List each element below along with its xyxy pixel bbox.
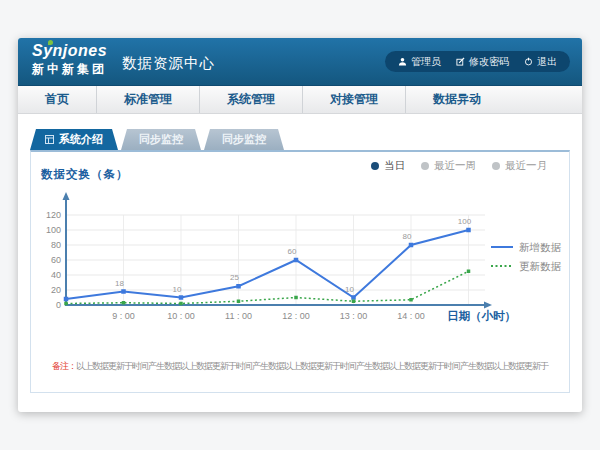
y-tick-label: 120 <box>46 210 61 220</box>
grid-icon <box>45 135 54 144</box>
data-point <box>294 258 299 263</box>
power-icon <box>524 57 533 66</box>
logo-leaf-icon <box>48 40 53 45</box>
legend-label-0[interactable]: 新增数据 <box>519 241 562 253</box>
logo: Synjones 新中新集团 <box>32 43 107 75</box>
y-axis-title: 数据交换（条） <box>41 167 129 182</box>
change-password-button[interactable]: 修改密码 <box>456 55 509 69</box>
chart-panel: 当日最近一周最近一月 数据交换（条） 020406080100120181025… <box>30 150 570 393</box>
data-point <box>466 228 471 233</box>
data-point-label: 10 <box>345 285 354 294</box>
data-point <box>179 302 183 306</box>
x-tick-label: 11 : 00 <box>225 311 252 321</box>
x-tick-label: 14 : 00 <box>397 311 425 321</box>
filter-option-2[interactable]: 最近一月 <box>492 159 547 173</box>
logo-wordmark: Synjones <box>32 42 107 59</box>
x-tick-label: 13 : 00 <box>340 311 368 321</box>
y-tick-label: 0 <box>56 300 61 310</box>
data-point <box>294 296 298 300</box>
x-tick-label: 9 : 00 <box>112 311 135 321</box>
series-line-1 <box>66 271 469 303</box>
tab-sync-monitor-2[interactable]: 同步监控 <box>204 129 284 150</box>
data-point <box>237 300 241 304</box>
nav-item-standard-mgmt[interactable]: 标准管理 <box>96 86 199 113</box>
legend-label-1[interactable]: 更新数据 <box>519 260 562 272</box>
app-window: Synjones 新中新集团 数据资源中心 管理员 修改密码 退出 首页 标准管… <box>18 38 582 412</box>
nav-item-interface-mgmt[interactable]: 对接管理 <box>302 86 405 113</box>
x-axis-title: 日期（小时） <box>447 309 516 323</box>
y-tick-label: 80 <box>51 240 61 250</box>
data-point <box>467 270 471 274</box>
data-point <box>121 289 126 294</box>
data-point <box>179 295 184 300</box>
radio-icon <box>421 162 429 170</box>
data-point-label: 25 <box>230 273 239 282</box>
user-icon <box>398 57 407 66</box>
user-button[interactable]: 管理员 <box>398 55 441 69</box>
user-menu: 管理员 修改密码 退出 <box>385 51 570 72</box>
data-point <box>236 284 241 289</box>
change-password-label: 修改密码 <box>469 55 509 69</box>
filter-option-1[interactable]: 最近一周 <box>421 159 476 173</box>
radio-icon <box>371 162 379 170</box>
logout-button[interactable]: 退出 <box>524 55 557 69</box>
data-point <box>122 301 126 305</box>
main-nav: 首页 标准管理 系统管理 对接管理 数据异动 <box>18 86 582 114</box>
filter-option-label: 最近一周 <box>434 159 476 173</box>
tab-system-intro[interactable]: 系统介绍 <box>30 129 118 150</box>
tab-label: 同步监控 <box>222 129 266 150</box>
tab-label: 同步监控 <box>139 129 183 150</box>
footnote-prefix: 备注： <box>52 361 76 371</box>
data-point-label: 80 <box>403 232 412 241</box>
y-tick-label: 40 <box>51 270 61 280</box>
radio-icon <box>492 162 500 170</box>
edit-icon <box>456 57 465 66</box>
logo-subtext: 新中新集团 <box>32 63 107 75</box>
nav-item-data-change[interactable]: 数据异动 <box>405 86 508 113</box>
user-label: 管理员 <box>411 55 441 69</box>
x-axis-arrow-icon <box>484 302 492 309</box>
x-tick-label: 10 : 00 <box>167 311 195 321</box>
y-tick-label: 20 <box>51 285 61 295</box>
logout-label: 退出 <box>537 55 557 69</box>
data-point <box>409 298 413 302</box>
filter-option-label: 当日 <box>384 159 405 173</box>
app-header: Synjones 新中新集团 数据资源中心 管理员 修改密码 退出 <box>18 38 582 86</box>
y-tick-label: 100 <box>46 225 61 235</box>
page-title: 数据资源中心 <box>122 54 215 73</box>
y-tick-label: 60 <box>51 255 61 265</box>
range-filter: 当日最近一周最近一月 <box>371 159 547 173</box>
data-point <box>64 302 68 306</box>
logo-text: Synjones <box>32 43 107 59</box>
data-point <box>352 300 356 304</box>
y-axis-arrow-icon <box>63 192 70 200</box>
data-point <box>409 243 414 248</box>
nav-item-system-mgmt[interactable]: 系统管理 <box>199 86 302 113</box>
data-point <box>64 297 69 302</box>
tab-sync-monitor-1[interactable]: 同步监控 <box>121 129 201 150</box>
data-point-label: 18 <box>115 279 124 288</box>
tab-label: 系统介绍 <box>59 129 103 150</box>
data-point-label: 100 <box>458 217 472 226</box>
nav-item-home[interactable]: 首页 <box>18 86 96 113</box>
content-area: 系统介绍 同步监控 同步监控 当日最近一周最近一月 数据交换（条） 020406… <box>18 114 582 393</box>
filter-option-0[interactable]: 当日 <box>371 159 405 173</box>
line-chart: 0204060801001201810256010801009 : 0010 :… <box>35 188 565 338</box>
footnote-text: 以上数据更新于时间产生数据以上数据更新于时间产生数据以上数据更新于时间产生数据以… <box>76 361 548 371</box>
x-tick-label: 12 : 00 <box>282 311 310 321</box>
tab-bar: 系统介绍 同步监控 同步监控 <box>30 129 582 150</box>
filter-option-label: 最近一月 <box>505 159 547 173</box>
data-point-label: 60 <box>288 247 297 256</box>
data-point-label: 10 <box>173 285 182 294</box>
data-point <box>351 295 356 300</box>
footnote: 备注：以上数据更新于时间产生数据以上数据更新于时间产生数据以上数据更新于时间产生… <box>31 360 569 373</box>
